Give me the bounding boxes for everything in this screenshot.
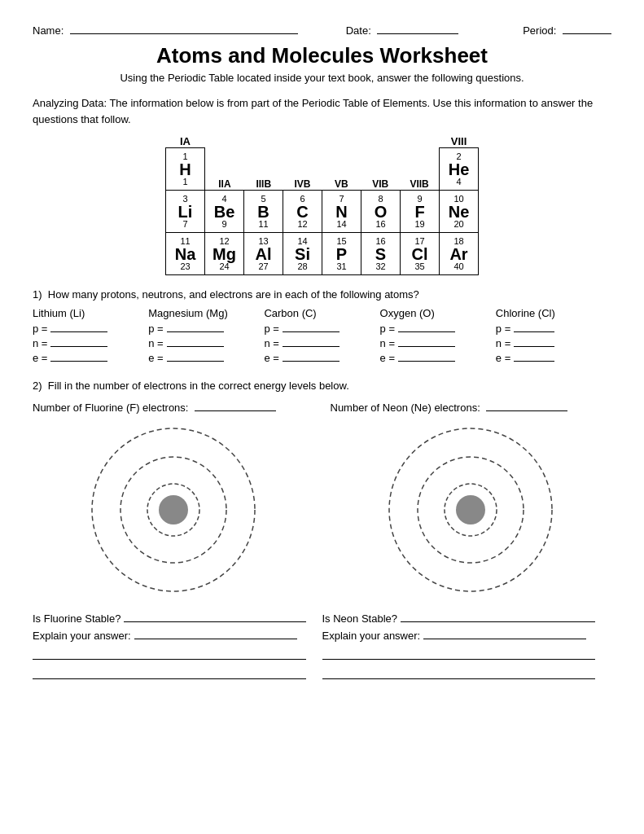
p-carbon-input[interactable] xyxy=(283,331,340,332)
header: Name: Date: Period: xyxy=(33,24,611,37)
e-chlorine-input[interactable] xyxy=(514,361,554,362)
svg-point-7 xyxy=(456,495,485,525)
elements-labels-row: Lithium (Li) p = n = e = Magnesium (Mg) … xyxy=(33,307,611,367)
neon-stable-col: Is Neon Stable? Explain your answer: xyxy=(322,612,612,679)
fluorine-electrons-input[interactable] xyxy=(195,410,276,411)
element-O: 8 O 16 xyxy=(361,191,401,233)
subgroup-IIIB: IIIB xyxy=(244,178,283,190)
carbon-label: Carbon (C) xyxy=(264,307,379,319)
fluorine-extra-line2[interactable] xyxy=(33,666,306,679)
e-carbon: e = xyxy=(264,352,379,364)
p-carbon: p = xyxy=(264,323,379,335)
period-underline[interactable] xyxy=(563,33,611,34)
question2-text: 2) Fill in the number of electrons in th… xyxy=(33,380,611,392)
element-Al: 13 Al 27 xyxy=(244,233,283,275)
subgroup-VB: VB xyxy=(322,178,361,190)
fluorine-explain-input[interactable] xyxy=(134,639,297,639)
chlorine-label: Chlorine (Cl) xyxy=(496,307,611,319)
element-row-2: 3 Li 7 4 Be 9 5 B 11 6 C 12 xyxy=(166,191,479,233)
e-lithium-input[interactable] xyxy=(50,361,107,362)
subtitle: Using the Periodic Table located inside … xyxy=(33,72,611,84)
e-magnesium: e = xyxy=(148,352,264,364)
element-N: 7 N 14 xyxy=(322,191,361,233)
element-H: 1 H 1 xyxy=(166,148,205,191)
col-oxygen: Oxygen (O) p = n = e = xyxy=(380,307,496,367)
subgroup-VIIB: VIIB xyxy=(400,178,439,190)
n-oxygen: n = xyxy=(380,337,496,349)
name-underline[interactable] xyxy=(70,33,298,34)
p-chlorine: p = xyxy=(496,323,611,335)
n-lithium: n = xyxy=(33,337,148,349)
neon-stable-input[interactable] xyxy=(401,621,595,622)
col-chlorine: Chlorine (Cl) p = n = e = xyxy=(496,307,611,367)
fluorine-stable-input[interactable] xyxy=(124,621,305,622)
e-magnesium-input[interactable] xyxy=(167,361,224,362)
element-P: 15 P 31 xyxy=(322,233,361,275)
p-oxygen: p = xyxy=(380,323,496,335)
p-lithium: p = xyxy=(33,323,148,335)
neon-diagram-label: Number of Neon (Ne) electrons: xyxy=(331,402,568,414)
neon-extra-line2[interactable] xyxy=(322,666,596,679)
col-lithium: Lithium (Li) p = n = e = xyxy=(33,307,148,367)
p-magnesium-input[interactable] xyxy=(167,331,224,332)
date-underline[interactable] xyxy=(377,33,458,34)
page-title: Atoms and Molecules Worksheet xyxy=(33,43,611,68)
element-row-1: 1 H 1 IIA IIIB IVB VB VIB VIIB xyxy=(166,148,479,191)
element-Cl: 17 Cl 35 xyxy=(401,233,440,275)
group-header-row: IA VIII xyxy=(166,135,479,148)
diagrams-row: Number of Fluorine (F) electrons: xyxy=(33,402,611,599)
col-magnesium: Magnesium (Mg) p = n = e = xyxy=(148,307,264,367)
element-Ne: 10 Ne 20 xyxy=(440,191,479,233)
n-carbon-input[interactable] xyxy=(283,346,340,347)
question2-section: 2) Fill in the number of electrons in th… xyxy=(33,380,611,599)
e-oxygen-input[interactable] xyxy=(398,361,455,362)
n-magnesium-input[interactable] xyxy=(167,346,224,347)
subgroup-VIB: VIB xyxy=(361,178,400,190)
question1-section: 1) How many protons, neutrons, and elect… xyxy=(33,288,611,367)
neon-diagram xyxy=(381,420,560,599)
element-row-3: 11 Na 23 12 Mg 24 13 Al 27 14 Si 28 xyxy=(166,233,479,275)
e-oxygen: e = xyxy=(380,352,496,364)
p-lithium-input[interactable] xyxy=(50,331,107,332)
element-He: 2 He 4 xyxy=(440,148,479,191)
subgroup-IVB: IVB xyxy=(283,178,322,190)
svg-point-3 xyxy=(159,495,188,525)
subgroup-IIA: IIA xyxy=(205,178,244,190)
neon-electrons-input[interactable] xyxy=(486,410,567,411)
element-F: 9 F 19 xyxy=(401,191,440,233)
fluorine-stable-col: Is Fluorine Stable? Explain your answer: xyxy=(33,612,322,679)
neon-explain-input[interactable] xyxy=(423,639,586,639)
element-S: 16 S 32 xyxy=(361,233,401,275)
fluorine-diagram xyxy=(84,420,263,599)
p-chlorine-input[interactable] xyxy=(514,331,554,332)
n-lithium-input[interactable] xyxy=(50,346,107,347)
stable-section: Is Fluorine Stable? Explain your answer:… xyxy=(33,612,611,679)
neon-extra-line1[interactable] xyxy=(322,647,596,660)
n-chlorine-input[interactable] xyxy=(514,346,554,347)
oxygen-label: Oxygen (O) xyxy=(380,307,496,319)
n-magnesium: n = xyxy=(148,337,264,349)
magnesium-label: Magnesium (Mg) xyxy=(148,307,264,319)
periodic-table: IA VIII 1 H 1 xyxy=(165,135,479,275)
n-chlorine: n = xyxy=(496,337,611,349)
lithium-label: Lithium (Li) xyxy=(33,307,148,319)
neon-stable-line: Is Neon Stable? xyxy=(322,612,596,625)
fluorine-stable-line: Is Fluorine Stable? xyxy=(33,612,306,625)
e-chlorine: e = xyxy=(496,352,611,364)
n-oxygen-input[interactable] xyxy=(398,346,455,347)
p-oxygen-input[interactable] xyxy=(398,331,455,332)
fluorine-diagram-label: Number of Fluorine (F) electrons: xyxy=(33,402,276,414)
element-Ar: 18 Ar 40 xyxy=(440,233,479,275)
periodic-table-section: IA VIII 1 H 1 xyxy=(33,135,611,275)
e-carbon-input[interactable] xyxy=(283,361,340,362)
group-IA: IA xyxy=(166,135,205,148)
question1-text: 1) How many protons, neutrons, and elect… xyxy=(33,288,611,301)
period-label: Period: xyxy=(523,24,611,37)
neon-explain-line: Explain your answer: xyxy=(322,630,596,642)
n-carbon: n = xyxy=(264,337,379,349)
neon-col: Number of Neon (Ne) electrons: xyxy=(314,402,612,599)
element-B: 5 B 11 xyxy=(244,191,283,233)
fluorine-extra-line1[interactable] xyxy=(33,647,306,660)
group-VIII: VIII xyxy=(440,135,479,148)
p-magnesium: p = xyxy=(148,323,264,335)
